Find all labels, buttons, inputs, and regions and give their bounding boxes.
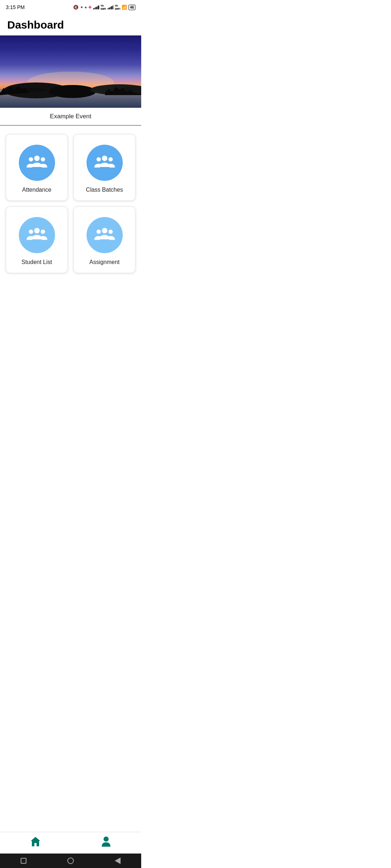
banner-svg (0, 35, 141, 108)
svg-point-18 (96, 230, 101, 234)
status-icons: 🔇 ✦ ● ✚ VoWiFi VoWiFi 📶 46 (73, 4, 135, 10)
vo-wifi2-label: VoWiFi (115, 4, 120, 10)
battery-indicator: 46 (129, 5, 135, 10)
assignment-label: Assignment (89, 259, 120, 265)
svg-point-15 (29, 230, 33, 234)
event-label-container: Example Event (0, 108, 141, 125)
class-batches-icon-circle (87, 145, 123, 181)
svg-point-16 (41, 230, 45, 234)
vo-wifi-label: VoWiFi (101, 4, 106, 10)
mute-icon: 🔇 (73, 5, 79, 10)
banner-image (0, 35, 141, 108)
assignment-people-icon (94, 226, 115, 244)
student-list-label: Student List (21, 259, 52, 265)
svg-point-12 (96, 157, 101, 162)
status-time: 3:15 PM (6, 4, 25, 10)
dashboard-grid: Attendance Class Batches (0, 125, 141, 282)
assignment-card[interactable]: Assignment (73, 207, 135, 273)
attendance-card[interactable]: Attendance (6, 134, 68, 201)
svg-point-8 (34, 156, 39, 161)
attendance-label: Attendance (22, 187, 51, 193)
signal2-icon (108, 5, 114, 9)
status-bar: 3:15 PM 🔇 ✦ ● ✚ VoWiFi VoWiFi 📶 46 (0, 0, 141, 13)
svg-point-11 (102, 156, 107, 161)
bluetooth-icon: ✦ (80, 5, 83, 10)
header: Dashboard (0, 13, 141, 35)
signal-icon (93, 5, 99, 9)
svg-point-14 (34, 228, 39, 233)
attendance-icon-circle (19, 145, 55, 181)
class-batches-label: Class Batches (86, 187, 123, 193)
class-batches-card[interactable]: Class Batches (73, 134, 135, 201)
student-list-people-icon (26, 226, 48, 244)
event-label: Example Event (50, 113, 91, 120)
svg-point-17 (102, 228, 107, 233)
banner-image-container (0, 35, 141, 108)
student-list-icon-circle (19, 217, 55, 253)
student-list-card[interactable]: Student List (6, 207, 68, 273)
class-batches-people-icon (94, 154, 115, 172)
whatsapp-icon: ● (85, 5, 87, 9)
wifi-icon: 📶 (122, 5, 127, 10)
svg-point-13 (108, 157, 113, 162)
page-title: Dashboard (7, 19, 134, 31)
svg-point-19 (108, 230, 113, 234)
extra-icon: ✚ (88, 5, 92, 10)
svg-point-9 (29, 157, 33, 162)
svg-point-5 (49, 85, 96, 98)
assignment-icon-circle (87, 217, 123, 253)
attendance-people-icon (26, 154, 48, 172)
svg-point-10 (41, 157, 45, 162)
